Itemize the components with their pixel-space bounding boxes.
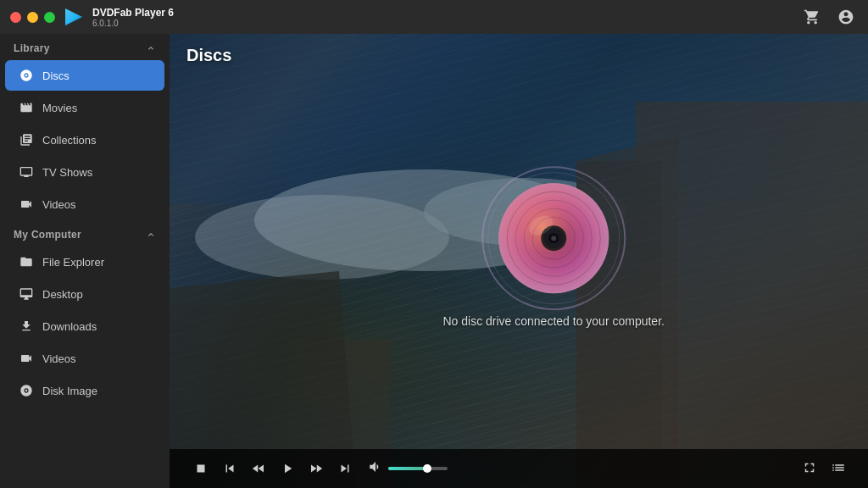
svg-point-3 bbox=[195, 195, 449, 280]
download-icon bbox=[19, 319, 34, 334]
prev-button[interactable] bbox=[215, 456, 244, 481]
sidebar-item-collections-label: Collections bbox=[42, 134, 97, 147]
content-header: Discs bbox=[170, 34, 868, 74]
sidebar-item-movies[interactable]: Movies bbox=[5, 92, 164, 123]
playlist-button[interactable] bbox=[826, 457, 851, 481]
app-logo: DVDFab Player 6 6.0.1.0 bbox=[62, 5, 174, 29]
sidebar-item-tv-shows-label: TV Shows bbox=[42, 166, 92, 179]
settings-button[interactable] bbox=[834, 5, 858, 29]
cart-button[interactable] bbox=[800, 5, 824, 29]
my-computer-section-header[interactable]: My Computer bbox=[0, 220, 170, 246]
app-logo-icon bbox=[62, 5, 86, 29]
disc-visual bbox=[494, 179, 613, 297]
title-bar-actions bbox=[800, 5, 858, 29]
disk-icon bbox=[19, 383, 34, 398]
sidebar-item-downloads[interactable]: Downloads bbox=[5, 311, 164, 341]
fullscreen-button[interactable] bbox=[797, 457, 822, 481]
sidebar-item-downloads-label: Downloads bbox=[42, 320, 97, 333]
main-content: Library Discs Movies bbox=[0, 34, 868, 488]
sidebar-item-videos-comp-label: Videos bbox=[42, 352, 76, 365]
volume-thumb bbox=[423, 464, 431, 473]
maximize-button[interactable] bbox=[44, 12, 55, 23]
app-container: DVDFab Player 6 6.0.1.0 Library bbox=[0, 0, 868, 488]
sidebar-item-videos-label: Videos bbox=[42, 198, 76, 211]
folder-icon bbox=[19, 254, 34, 269]
sidebar-item-file-explorer-label: File Explorer bbox=[42, 256, 104, 269]
movies-icon bbox=[19, 100, 34, 115]
volume-slider[interactable] bbox=[388, 467, 448, 470]
svg-marker-0 bbox=[65, 8, 82, 25]
window-controls bbox=[10, 12, 55, 23]
tv-icon bbox=[19, 164, 34, 180]
content-title: Discs bbox=[186, 46, 851, 65]
desktop-icon bbox=[19, 286, 34, 302]
app-title-info: DVDFab Player 6 6.0.1.0 bbox=[92, 7, 174, 28]
title-bar: DVDFab Player 6 6.0.1.0 bbox=[0, 0, 868, 34]
sidebar: Library Discs Movies bbox=[0, 34, 170, 488]
sidebar-item-movies-label: Movies bbox=[42, 102, 77, 114]
play-button[interactable] bbox=[273, 456, 302, 481]
sidebar-item-discs[interactable]: Discs bbox=[5, 60, 164, 91]
volume-section bbox=[368, 459, 448, 478]
bottom-controls bbox=[170, 449, 868, 488]
rewind-button[interactable] bbox=[244, 456, 273, 481]
sidebar-item-collections[interactable]: Collections bbox=[5, 125, 164, 155]
sidebar-item-discs-label: Discs bbox=[42, 69, 70, 82]
library-label: Library bbox=[14, 42, 50, 54]
minimize-button[interactable] bbox=[27, 12, 38, 23]
disc-container: No disc drive connected to your computer… bbox=[442, 179, 664, 328]
sidebar-item-tv-shows[interactable]: TV Shows bbox=[5, 157, 164, 187]
disc-ring-inner bbox=[487, 172, 620, 304]
volume-fill bbox=[388, 467, 427, 470]
next-button[interactable] bbox=[331, 456, 359, 481]
svg-rect-22 bbox=[198, 465, 205, 473]
content-area: Discs bbox=[170, 34, 868, 488]
videos-icon bbox=[19, 197, 34, 212]
sidebar-item-videos[interactable]: Videos bbox=[5, 189, 164, 219]
fast-forward-button[interactable] bbox=[302, 456, 331, 481]
sidebar-item-disk-image[interactable]: Disk Image bbox=[5, 375, 164, 406]
app-version: 6.0.1.0 bbox=[92, 19, 174, 28]
sidebar-item-desktop-label: Desktop bbox=[42, 288, 83, 301]
sidebar-item-disk-image-label: Disk Image bbox=[42, 385, 97, 397]
library-section-header[interactable]: Library bbox=[0, 34, 170, 59]
disc-icon bbox=[19, 68, 34, 83]
video-icon bbox=[19, 351, 34, 366]
collections-icon bbox=[19, 132, 34, 147]
right-controls bbox=[797, 457, 851, 481]
sidebar-item-videos-comp[interactable]: Videos bbox=[5, 343, 164, 374]
volume-icon bbox=[368, 459, 383, 478]
close-button[interactable] bbox=[10, 12, 21, 23]
my-computer-label: My Computer bbox=[14, 229, 81, 241]
app-name: DVDFab Player 6 bbox=[92, 7, 174, 19]
stop-button[interactable] bbox=[186, 456, 215, 481]
no-disc-message: No disc drive connected to your computer… bbox=[442, 314, 664, 328]
sidebar-item-desktop[interactable]: Desktop bbox=[5, 279, 164, 309]
sidebar-item-file-explorer[interactable]: File Explorer bbox=[5, 247, 164, 277]
